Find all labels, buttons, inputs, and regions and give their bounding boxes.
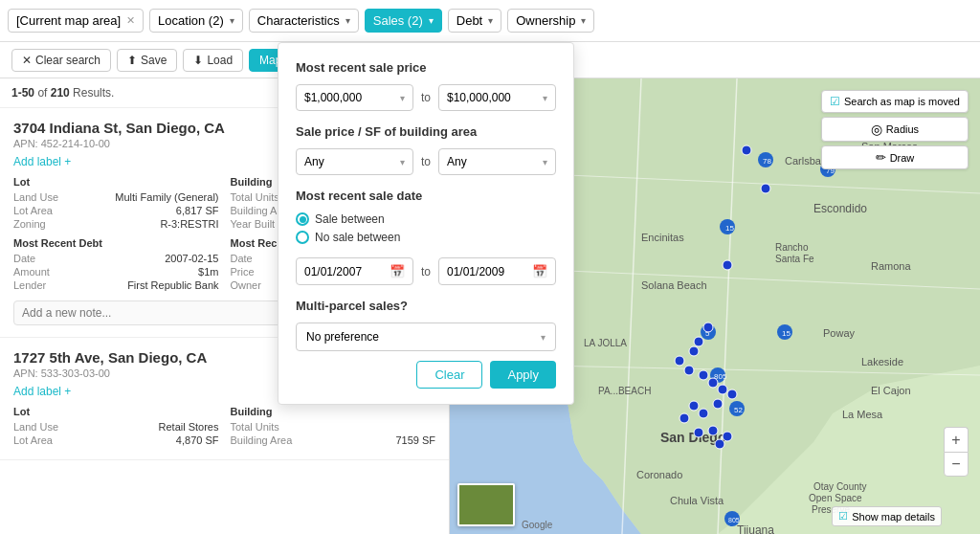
svg-text:Escondido: Escondido <box>813 202 867 215</box>
draw-icon: ✏ <box>876 150 886 165</box>
svg-text:LA JOLLA: LA JOLLA <box>584 338 627 348</box>
date-section-title: Most recent sale date <box>296 189 556 203</box>
svg-text:Lakeside: Lakeside <box>861 356 903 367</box>
clear-icon: ✕ <box>22 54 32 67</box>
chevron-down-icon: ▾ <box>541 332 546 343</box>
main-layout: 1-50 of 210 Results. Label all 3704 Indi… <box>0 78 980 534</box>
sf-range-row: Any ▾ to Any ▾ <box>296 148 556 175</box>
clear-button[interactable]: Clear <box>416 361 482 389</box>
price-range-row: $1,000,000 ▾ to $10,000,000 ▾ <box>296 84 556 111</box>
svg-text:Otay County: Otay County <box>813 481 867 492</box>
date-to-input[interactable]: 01/01/2009 📅 <box>438 257 556 285</box>
svg-point-49 <box>723 260 732 270</box>
chevron-down-icon: ▾ <box>230 15 234 26</box>
radius-button[interactable]: ◎ Radius <box>821 117 969 142</box>
svg-point-52 <box>689 346 699 356</box>
chip-ownership[interactable]: Ownership ▾ <box>507 9 594 33</box>
draw-button[interactable]: ✏ Draw <box>821 145 969 169</box>
svg-text:El Cajon: El Cajon <box>871 385 911 396</box>
add-label-button[interactable]: Add label + <box>13 155 225 168</box>
radio-sale-between[interactable]: Sale between <box>296 212 556 226</box>
price-from-select[interactable]: $1,000,000 ▾ <box>296 84 413 111</box>
multiparcel-section-title: Multi-parcel sales? <box>296 299 556 313</box>
dropdown-button-row: Clear Apply <box>296 361 556 389</box>
property-apn: APN: 533-303-03-00 <box>13 367 207 379</box>
close-icon[interactable]: ✕ <box>126 14 135 27</box>
price-to-select[interactable]: $10,000,000 ▾ <box>438 84 556 111</box>
svg-point-50 <box>703 323 713 332</box>
chevron-down-icon: ▾ <box>345 15 350 26</box>
svg-point-59 <box>713 399 723 409</box>
multiparcel-select[interactable]: No preference ▾ <box>296 323 556 351</box>
zoom-in-button[interactable]: + <box>944 427 969 452</box>
svg-text:Poway: Poway <box>823 327 856 339</box>
chevron-down-icon: ▾ <box>429 15 434 26</box>
svg-point-51 <box>694 337 703 346</box>
clear-search-button[interactable]: ✕ Clear search <box>11 49 111 72</box>
svg-point-65 <box>723 432 732 441</box>
svg-point-56 <box>708 378 718 388</box>
search-as-moved-checkbox[interactable]: ☑ Search as map is moved <box>821 90 969 113</box>
load-button[interactable]: ⬇ Load <box>183 49 243 72</box>
zoom-controls: + − <box>944 427 969 477</box>
svg-point-64 <box>708 426 718 435</box>
svg-point-53 <box>675 356 684 366</box>
radius-icon: ◎ <box>871 122 882 137</box>
chip-label: Debt <box>457 13 482 28</box>
svg-text:Santa Fe: Santa Fe <box>775 254 814 264</box>
svg-text:805: 805 <box>728 517 740 523</box>
svg-text:78: 78 <box>763 157 771 166</box>
chevron-down-icon: ▾ <box>543 157 547 167</box>
svg-point-66 <box>715 439 724 449</box>
svg-point-48 <box>761 184 770 193</box>
save-button[interactable]: ⬆ Save <box>117 49 177 72</box>
zoom-out-button[interactable]: − <box>944 452 969 477</box>
save-icon: ⬆ <box>127 54 137 67</box>
svg-text:Coronado: Coronado <box>636 469 682 480</box>
calendar-icon: 📅 <box>532 264 547 278</box>
property-title: 3704 Indiana St, San Diego, CA <box>13 120 225 136</box>
sf-from-select[interactable]: Any ▾ <box>296 148 413 175</box>
chip-label: Characteristics <box>257 13 340 28</box>
chip-current-map[interactable]: [Current map area] ✕ <box>8 9 144 33</box>
svg-text:52: 52 <box>734 406 743 414</box>
radio-no-sale-indicator <box>296 231 309 244</box>
radio-no-sale[interactable]: No sale between <box>296 231 556 244</box>
chip-location[interactable]: Location (2) ▾ <box>149 9 243 33</box>
svg-text:15: 15 <box>725 224 734 233</box>
svg-point-58 <box>727 389 737 399</box>
chevron-down-icon: ▾ <box>400 93 405 103</box>
load-icon: ⬇ <box>193 54 203 67</box>
date-radio-group: Sale between No sale between <box>296 212 556 244</box>
apply-button[interactable]: Apply <box>490 361 556 389</box>
svg-text:Tijuana: Tijuana <box>737 523 774 534</box>
satellite-thumbnail[interactable] <box>457 483 515 526</box>
svg-text:Rancho: Rancho <box>775 242 809 253</box>
add-label-button[interactable]: Add label + <box>13 385 207 398</box>
results-count: 1-50 of 210 Results. <box>11 86 114 100</box>
chip-label: Sales (2) <box>373 13 423 28</box>
svg-point-62 <box>679 413 689 423</box>
chevron-down-icon: ▾ <box>543 93 547 103</box>
chip-sales[interactable]: Sales (2) ▾ <box>365 9 442 33</box>
property-details: Lot Land UseRetail Stores Lot Area4,870 … <box>13 406 435 448</box>
svg-point-63 <box>694 428 703 437</box>
svg-point-55 <box>699 370 708 380</box>
date-from-input[interactable]: 01/01/2007 📅 <box>296 257 413 285</box>
chip-debt[interactable]: Debt ▾ <box>448 9 501 33</box>
svg-point-54 <box>684 366 694 375</box>
property-apn: APN: 452-214-10-00 <box>13 138 225 149</box>
sf-to-select[interactable]: Any ▾ <box>438 148 556 175</box>
svg-text:La Mesa: La Mesa <box>842 409 883 420</box>
date-range-row: 01/01/2007 📅 to 01/01/2009 📅 <box>296 257 556 285</box>
price-section-title: Most recent sale price <box>296 60 556 75</box>
radio-sale-between-indicator <box>296 212 309 226</box>
svg-text:Solana Beach: Solana Beach <box>641 279 707 291</box>
svg-text:Ramona: Ramona <box>871 260 911 272</box>
chevron-down-icon: ▾ <box>581 15 586 26</box>
chip-characteristics[interactable]: Characteristics ▾ <box>249 9 359 33</box>
svg-text:PA...BEACH: PA...BEACH <box>598 386 651 396</box>
show-map-details-button[interactable]: ☑ Show map details <box>832 506 942 526</box>
svg-point-61 <box>689 401 699 411</box>
chevron-down-icon: ▾ <box>488 15 493 26</box>
